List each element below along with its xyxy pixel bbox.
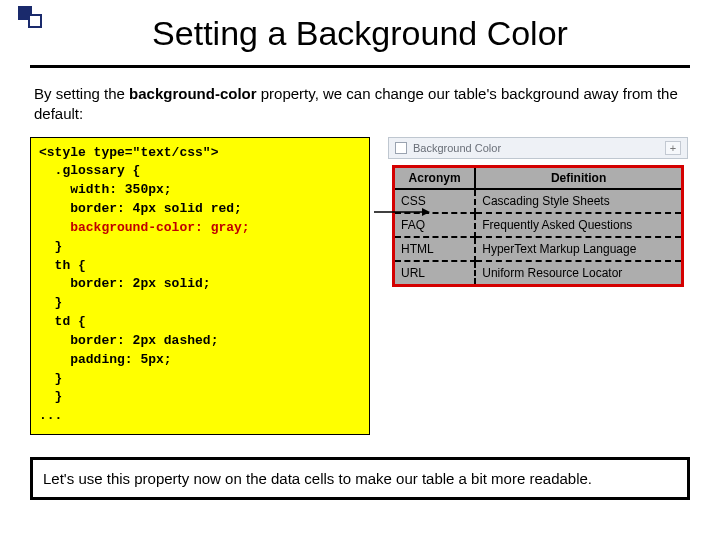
code-line: th {: [39, 258, 86, 273]
page-icon: [395, 142, 407, 154]
intro-text: By setting the background-color property…: [34, 84, 690, 125]
code-line: .glossary {: [39, 163, 140, 178]
td-definition: Frequently Asked Questions: [475, 213, 682, 237]
code-example: <style type="text/css"> .glossary { widt…: [30, 137, 370, 436]
browser-tab-bar: Background Color +: [388, 137, 688, 159]
plus-icon: +: [665, 141, 681, 155]
code-line: }: [39, 295, 62, 310]
code-line: }: [39, 389, 62, 404]
arrow-icon: [374, 207, 430, 217]
intro-before: By setting the: [34, 85, 129, 102]
table-row: CSS Cascading Style Sheets: [394, 189, 683, 213]
th-acronym: Acronym: [394, 166, 476, 189]
table-row: URL Uniform Resource Locator: [394, 261, 683, 286]
table-row: HTML HyperText Markup Language: [394, 237, 683, 261]
td-definition: Cascading Style Sheets: [475, 189, 682, 213]
svg-marker-1: [422, 208, 430, 216]
callout-text: Let's use this property now on the data …: [43, 470, 592, 487]
table-row: FAQ Frequently Asked Questions: [394, 213, 683, 237]
td-definition: Uniform Resource Locator: [475, 261, 682, 286]
code-line: border: 2px solid;: [39, 276, 211, 291]
code-line: border: 4px solid red;: [39, 201, 242, 216]
title-underline: [30, 65, 690, 68]
code-line: ...: [39, 408, 62, 423]
code-line: border: 2px dashed;: [39, 333, 218, 348]
td-acronym: HTML: [394, 237, 476, 261]
code-line: padding: 5px;: [39, 352, 172, 367]
code-line-highlight: background-color: gray;: [39, 220, 250, 235]
output-preview: Background Color + Acronym Definition CS…: [388, 137, 688, 291]
page-title: Setting a Background Color: [30, 14, 690, 61]
code-line: }: [39, 371, 62, 386]
callout-box: Let's use this property now on the data …: [30, 457, 690, 500]
code-line: width: 350px;: [39, 182, 172, 197]
browser-tab-label: Background Color: [413, 142, 501, 154]
code-line: <style type="text/css">: [39, 145, 218, 160]
th-definition: Definition: [475, 166, 682, 189]
code-line: td {: [39, 314, 86, 329]
glossary-table: Acronym Definition CSS Cascading Style S…: [392, 165, 684, 287]
td-definition: HyperText Markup Language: [475, 237, 682, 261]
td-acronym: URL: [394, 261, 476, 286]
table-header-row: Acronym Definition: [394, 166, 683, 189]
code-line: }: [39, 239, 62, 254]
intro-keyword: background-color: [129, 85, 257, 102]
